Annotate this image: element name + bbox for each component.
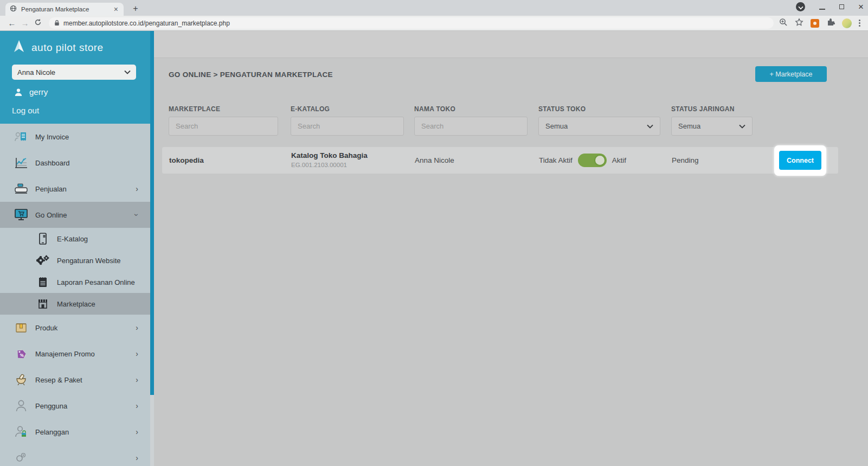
- notebook-icon: [36, 277, 50, 288]
- row-status-jaringan: Pending: [672, 156, 699, 164]
- ekatalog-search-input[interactable]: [291, 117, 404, 136]
- chevron-right-icon: ›: [136, 323, 138, 332]
- sidebar-scrollbar-track[interactable]: [150, 31, 154, 466]
- row-ekatalog-code: EG.001.2103.00001: [291, 162, 368, 168]
- nama-toko-search-input[interactable]: [414, 117, 528, 136]
- tutorial-spotlight: Connect: [774, 145, 826, 176]
- status-toko-select[interactable]: Semua: [538, 117, 660, 136]
- chevron-down-icon: [647, 124, 653, 129]
- breadcrumb: GO ONLINE > PENGATURAN MARKETPLACE: [169, 71, 333, 79]
- person-icon: [14, 88, 23, 97]
- user-row: gerry: [14, 87, 48, 97]
- svg-text:%: %: [20, 353, 24, 358]
- forward-button[interactable]: →: [18, 18, 31, 28]
- browser-tab-bar: Pengaturan Marketplace × + ×: [0, 0, 868, 16]
- menu-label: Produk: [35, 324, 57, 332]
- phone-icon: [36, 233, 50, 245]
- filter-label-ekatalog: E-KATALOG: [291, 105, 404, 113]
- sidebar-item-my-invoice[interactable]: My Invoice: [0, 124, 150, 150]
- chevron-down-icon: [124, 70, 131, 74]
- main-content: GO ONLINE > PENGATURAN MARKETPLACE + Mar…: [154, 31, 868, 466]
- box-icon: [14, 322, 28, 334]
- status-jaringan-select[interactable]: Semua: [671, 117, 753, 136]
- shopping-extension-icon[interactable]: [811, 19, 819, 28]
- chevron-right-icon: ›: [136, 401, 138, 410]
- logout-link[interactable]: Log out: [12, 106, 39, 115]
- sidebar-item-pelanggan[interactable]: Pelanggan ›: [0, 419, 150, 445]
- dashboard-icon: [14, 157, 28, 169]
- url-text: member.autopilotstore.co.id/pengaturan_m…: [63, 20, 230, 27]
- tab-close-icon[interactable]: ×: [113, 5, 119, 14]
- browser-toolbar: ← → member.autopilotstore.co.id/pengatur…: [0, 16, 868, 31]
- sidebar-item-e-katalog[interactable]: E-Katalog: [0, 228, 150, 250]
- marketplace-search-input[interactable]: [169, 117, 278, 136]
- sidebar-item-pengguna[interactable]: Pengguna ›: [0, 393, 150, 419]
- minimize-button[interactable]: [819, 9, 825, 10]
- menu-label: E-Katalog: [57, 235, 88, 243]
- sidebar-item-pengaturan-website[interactable]: Pengaturan Website: [0, 250, 150, 271]
- address-bar[interactable]: member.autopilotstore.co.id/pengaturan_m…: [49, 17, 774, 29]
- promo-tag-icon: %: [14, 348, 28, 360]
- sidebar-header: auto pilot store Anna Nicole gerry Log o…: [0, 31, 150, 124]
- menu-label: Laporan Pesanan Online: [57, 278, 135, 286]
- menu-label: Dashboard: [35, 159, 70, 167]
- sidebar-item-go-online[interactable]: Go Online ›: [0, 202, 150, 228]
- bookmark-star-icon[interactable]: [795, 18, 803, 29]
- invoice-icon: [14, 131, 28, 143]
- marketplace-table-row: tokopedia Katalog Toko Bahagia EG.001.21…: [162, 146, 839, 174]
- new-tab-button[interactable]: +: [130, 4, 141, 14]
- menu-label: Pengaturan Website: [57, 257, 121, 265]
- browser-menu-icon[interactable]: [859, 20, 860, 27]
- menu-label: Manajemen Promo: [35, 350, 95, 358]
- connect-button[interactable]: Connect: [779, 151, 821, 170]
- toggle-knob: [594, 155, 606, 166]
- sidebar-item-marketplace[interactable]: Marketplace: [0, 293, 150, 315]
- account-select[interactable]: Anna Nicole: [12, 65, 136, 80]
- menu-label: Marketplace: [57, 300, 95, 308]
- username: gerry: [29, 87, 48, 97]
- status-toko-toggle[interactable]: [578, 154, 607, 167]
- account-select-value: Anna Nicole: [17, 68, 124, 76]
- status-toko-select-value: Semua: [545, 122, 647, 130]
- sidebar-scrollbar-thumb[interactable]: [150, 31, 154, 395]
- paper-plane-logo-icon: [12, 40, 26, 56]
- sidebar-item-resep-paket[interactable]: Resep & Paket ›: [0, 367, 150, 393]
- globe-favicon-icon: [10, 4, 17, 14]
- zoom-icon[interactable]: [779, 18, 788, 29]
- extensions-puzzle-icon[interactable]: [826, 18, 835, 29]
- cash-register-icon: [14, 183, 28, 195]
- back-button[interactable]: ←: [5, 18, 18, 28]
- menu-label: My Invoice: [35, 133, 69, 141]
- sidebar-item-dashboard[interactable]: Dashboard: [0, 150, 150, 176]
- lock-icon: [54, 18, 60, 28]
- sidebar-item-manajemen-promo[interactable]: % Manajemen Promo ›: [0, 341, 150, 367]
- page-header-band: [154, 31, 868, 58]
- menu-label: Resep & Paket: [35, 376, 82, 384]
- app-logo-text: auto pilot store: [31, 42, 104, 54]
- browser-tab[interactable]: Pengaturan Marketplace ×: [5, 3, 124, 16]
- sidebar-item-penjualan[interactable]: Penjualan ›: [0, 176, 150, 202]
- filter-label-marketplace: MARKETPLACE: [169, 105, 278, 113]
- restore-button[interactable]: [839, 4, 844, 9]
- close-window-button[interactable]: ×: [858, 2, 864, 11]
- sidebar-item-produk[interactable]: Produk ›: [0, 315, 150, 341]
- chevron-down-icon: [739, 124, 745, 129]
- menu-label: Pengguna: [35, 402, 67, 410]
- menu-label: Penjualan: [35, 185, 67, 193]
- add-marketplace-button[interactable]: + Marketplace: [755, 66, 827, 82]
- browser-update-icon[interactable]: [796, 2, 805, 11]
- row-marketplace-name: tokopedia: [169, 156, 204, 164]
- profile-avatar[interactable]: [842, 18, 852, 28]
- row-nama-toko: Anna Nicole: [415, 156, 454, 164]
- menu-label: Pelanggan: [35, 428, 69, 436]
- filter-label-status-toko: STATUS TOKO: [538, 105, 660, 113]
- sidebar-item-laporan-pesanan-online[interactable]: Laporan Pesanan Online: [0, 271, 150, 293]
- gears-icon: [36, 255, 50, 266]
- chevron-right-icon: ›: [136, 427, 138, 436]
- sidebar-menu: My Invoice Dashboard Penjualan › Go Onli…: [0, 124, 150, 466]
- refresh-button[interactable]: [31, 18, 44, 28]
- gear-report-icon: [14, 452, 28, 464]
- sidebar-item-partial[interactable]: ›: [0, 445, 150, 466]
- filter-label-status-jaringan: STATUS JARINGAN: [671, 105, 753, 113]
- chevron-right-icon: ›: [136, 375, 138, 384]
